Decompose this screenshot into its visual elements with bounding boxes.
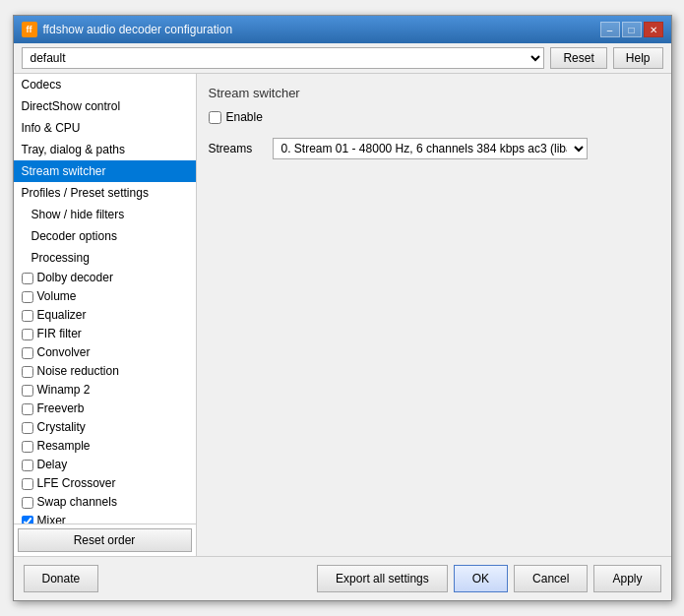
bottom-bar: Donate Export all settings OK Cancel App…: [14, 556, 671, 600]
sidebar-item-stream-switcher[interactable]: Stream switcher: [14, 160, 196, 182]
checkbox-dolby-decoder[interactable]: [22, 273, 33, 284]
toolbar: default Reset Help: [14, 43, 671, 74]
reset-button[interactable]: Reset: [550, 47, 606, 69]
sidebar-item-label-dolby-decoder: Dolby decoder: [37, 270, 113, 286]
sidebar-footer: Reset order: [14, 524, 196, 556]
sidebar-item-profiles-preset[interactable]: Profiles / Preset settings: [14, 182, 196, 204]
checkbox-freeverb[interactable]: [22, 403, 33, 415]
reset-order-button[interactable]: Reset order: [18, 528, 192, 552]
app-icon: ff: [22, 22, 37, 37]
main-content: CodecsDirectShow controlInfo & CPUTray, …: [14, 74, 671, 556]
sidebar-item-mixer[interactable]: Mixer: [14, 512, 196, 524]
checkbox-noise-reduction[interactable]: [22, 366, 33, 378]
enable-label: Enable: [226, 110, 263, 124]
sidebar-item-label-volume: Volume: [37, 288, 77, 305]
sidebar-item-lfe-crossover[interactable]: LFE Crossover: [14, 474, 196, 493]
sidebar-item-label-resample: Resample: [37, 438, 91, 455]
sidebar-item-tray-dialog-paths[interactable]: Tray, dialog & paths: [14, 139, 196, 160]
checkbox-lfe-crossover[interactable]: [22, 478, 33, 490]
sidebar-item-convolver[interactable]: Convolver: [14, 343, 196, 362]
sidebar-item-label-swap-channels: Swap channels: [37, 494, 117, 511]
profile-select[interactable]: default: [22, 47, 545, 69]
title-bar-left: ff ffdshow audio decoder configuration: [22, 22, 233, 37]
checkbox-equalizer[interactable]: [22, 310, 33, 322]
sidebar-item-label-equalizer: Equalizer: [37, 307, 87, 324]
sidebar-item-decoder-options[interactable]: Decoder options: [14, 225, 196, 247]
streams-label: Streams: [209, 142, 263, 155]
apply-button[interactable]: Apply: [593, 565, 660, 592]
sidebar-item-winamp2[interactable]: Winamp 2: [14, 381, 196, 400]
sidebar-item-label-noise-reduction: Noise reduction: [37, 363, 119, 380]
streams-select[interactable]: 0. Stream 01 - 48000 Hz, 6 channels 384 …: [273, 138, 588, 159]
sidebar-item-resample[interactable]: Resample: [14, 437, 196, 456]
title-buttons: – □ ✕: [600, 22, 663, 37]
enable-row: Enable: [209, 110, 659, 124]
checkbox-resample[interactable]: [22, 441, 33, 453]
sidebar-item-fir-filter[interactable]: FIR filter: [14, 325, 196, 343]
sidebar-item-label-delay: Delay: [37, 457, 68, 473]
sidebar-item-equalizer[interactable]: Equalizer: [14, 306, 196, 325]
sidebar-item-crystality[interactable]: Crystality: [14, 418, 196, 437]
checkbox-volume[interactable]: [22, 291, 33, 303]
main-window: ff ffdshow audio decoder configuration –…: [13, 15, 672, 601]
sidebar-item-label-crystality: Crystality: [37, 419, 86, 436]
sidebar-item-delay[interactable]: Delay: [14, 456, 196, 474]
checkbox-swap-channels[interactable]: [22, 497, 33, 509]
checkbox-delay[interactable]: [22, 460, 33, 471]
sidebar-item-label-convolver: Convolver: [37, 344, 91, 361]
ok-button[interactable]: OK: [454, 565, 508, 592]
checkbox-crystality[interactable]: [22, 422, 33, 434]
donate-button[interactable]: Donate: [24, 565, 99, 592]
close-button[interactable]: ✕: [644, 22, 663, 37]
sidebar-item-directshow-control[interactable]: DirectShow control: [14, 95, 196, 117]
sidebar-item-dolby-decoder[interactable]: Dolby decoder: [14, 269, 196, 287]
sidebar-scroll[interactable]: CodecsDirectShow controlInfo & CPUTray, …: [14, 74, 196, 524]
section-title: Stream switcher: [209, 86, 659, 100]
checkbox-mixer[interactable]: [22, 516, 33, 524]
checkbox-convolver[interactable]: [22, 347, 33, 359]
checkbox-fir-filter[interactable]: [22, 329, 33, 340]
enable-checkbox[interactable]: [209, 111, 221, 124]
content-area: Stream switcher Enable Streams 0. Stream…: [197, 74, 671, 556]
sidebar-item-volume[interactable]: Volume: [14, 287, 196, 306]
sidebar-item-swap-channels[interactable]: Swap channels: [14, 493, 196, 512]
sidebar-item-label-mixer: Mixer: [37, 513, 66, 524]
sidebar-item-label-fir-filter: FIR filter: [37, 326, 82, 342]
export-button[interactable]: Export all settings: [317, 565, 448, 592]
sidebar-item-codecs[interactable]: Codecs: [14, 74, 196, 95]
title-bar: ff ffdshow audio decoder configuration –…: [14, 16, 671, 43]
sidebar-item-noise-reduction[interactable]: Noise reduction: [14, 362, 196, 381]
sidebar-item-label-winamp2: Winamp 2: [37, 382, 91, 399]
sidebar-item-processing[interactable]: Processing: [14, 247, 196, 269]
sidebar: CodecsDirectShow controlInfo & CPUTray, …: [14, 74, 197, 556]
cancel-button[interactable]: Cancel: [514, 565, 588, 592]
sidebar-item-show-hide-filters[interactable]: Show / hide filters: [14, 204, 196, 225]
sidebar-item-label-freeverb: Freeverb: [37, 400, 85, 417]
sidebar-item-label-lfe-crossover: LFE Crossover: [37, 475, 116, 492]
sidebar-item-info-cpu[interactable]: Info & CPU: [14, 117, 196, 139]
minimize-button[interactable]: –: [600, 22, 620, 37]
maximize-button[interactable]: □: [622, 22, 642, 37]
help-button[interactable]: Help: [613, 47, 663, 69]
window-title: ffdshow audio decoder configuration: [43, 23, 233, 36]
sidebar-item-freeverb[interactable]: Freeverb: [14, 400, 196, 418]
checkbox-winamp2[interactable]: [22, 385, 33, 397]
streams-row: Streams 0. Stream 01 - 48000 Hz, 6 chann…: [209, 138, 659, 159]
